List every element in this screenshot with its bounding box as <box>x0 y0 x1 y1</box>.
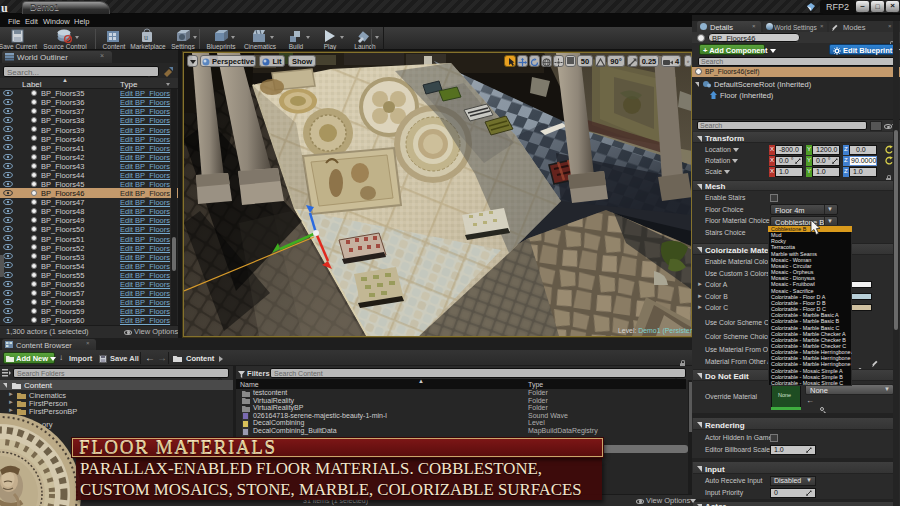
svg-text:u: u <box>144 33 148 42</box>
